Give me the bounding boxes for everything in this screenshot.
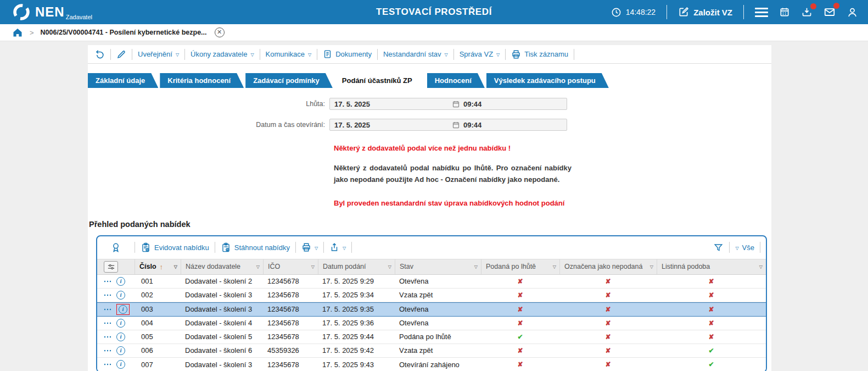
table-row[interactable]: i 005 Dodavatel - školení 5 12345678 17.… (97, 330, 766, 344)
cell-nazev: Dodavatel - školení 3 (181, 291, 263, 299)
opening-time-value[interactable]: 09:44 (463, 121, 481, 129)
table-row[interactable]: i 007 Dodavatel - školení 3 12345678 17.… (97, 358, 766, 371)
filter-icon[interactable]: ▽ (650, 264, 653, 269)
print-record-button[interactable]: Tisk záznamu (511, 49, 568, 59)
tab-zakladni-udaje[interactable]: Základní údaje (88, 73, 158, 88)
header-datum-podani[interactable]: Datum podání▽ (318, 259, 395, 274)
opening-row: Datum a čas otevírání: 17. 5. 2025 09:44 (88, 119, 771, 131)
header-listinna-podoba[interactable]: Listinná podoba▽ (657, 259, 766, 274)
filter-icon[interactable]: ▽ (759, 264, 763, 269)
divider (729, 242, 730, 253)
award-button[interactable] (110, 242, 121, 253)
menu-nestandardni-stav[interactable]: Nestandardní stav▽ (383, 50, 448, 58)
column-settings-icon[interactable] (104, 261, 118, 273)
export-button[interactable]: ▽ (329, 242, 346, 252)
notification-badge (810, 3, 816, 9)
filter-icon[interactable]: ▽ (311, 264, 315, 269)
cell-ico: 12345678 (263, 305, 318, 313)
table-row[interactable]: i 006 Dodavatel - školení 6 45359326 17.… (97, 344, 766, 358)
table-row-selected[interactable]: i 003 Dodavatel - školení 3 12345678 17.… (97, 302, 766, 317)
header-podana-po-lhute[interactable]: Podaná po lhůtě▽ (481, 259, 559, 274)
filter-icon[interactable]: ▽ (174, 264, 177, 269)
row-info-icon[interactable]: i (119, 305, 127, 314)
tab-hodnoceni[interactable]: Hodnocení (427, 73, 485, 88)
divider (760, 242, 760, 253)
calendar-icon[interactable] (452, 121, 460, 129)
menu-ukony-zadavatele[interactable]: Úkony zadavatele▽ (191, 50, 254, 58)
cell-nepodana: ✘ (559, 333, 657, 341)
filter-funnel-icon[interactable] (713, 242, 724, 253)
row-info-icon[interactable]: i (116, 333, 125, 341)
divider (135, 242, 135, 253)
tab-podani-ucastniku[interactable]: Podání účastníků ZP (334, 73, 425, 88)
deadline-date-value[interactable]: 17. 5. 2025 (330, 100, 452, 108)
row-menu-icon[interactable] (104, 349, 111, 352)
deadline-time-value[interactable]: 09:44 (463, 100, 481, 108)
printer-icon (511, 49, 521, 59)
filter-icon[interactable]: ▽ (553, 264, 556, 269)
deadline-row: Lhůta: 17. 5. 2025 09:44 (88, 98, 771, 110)
print-list-button[interactable]: ▽ (301, 242, 318, 252)
close-icon[interactable]: ✕ (215, 27, 225, 37)
menu-dokumenty[interactable]: Dokumenty (323, 49, 372, 59)
offers-toolbar: Evidovat nabídku Stáhnout nabídky ▽ (97, 236, 766, 259)
row-menu-icon[interactable] (104, 308, 111, 311)
row-info-icon[interactable]: i (116, 277, 125, 286)
tab-vysledek[interactable]: Výsledek zadávacího postupu (486, 73, 609, 88)
calendar-icon[interactable] (452, 100, 460, 108)
row-menu-icon[interactable] (104, 363, 111, 366)
cell-po-lhute: ✔ (481, 333, 559, 341)
cell-ico: 12345678 (263, 361, 318, 369)
evidovat-nabidku-button[interactable]: Evidovat nabídku (141, 242, 209, 253)
header-stav[interactable]: Stav▽ (395, 259, 481, 274)
calendar-button[interactable] (779, 7, 790, 18)
header-nazev-dodavatele[interactable]: Název dodavatele▽ (181, 259, 263, 274)
opening-input[interactable]: 17. 5. 2025 09:44 (329, 119, 567, 131)
header-ico[interactable]: IČO▽ (263, 259, 318, 274)
row-info-icon[interactable]: i (116, 319, 125, 328)
tab-zadavaci-podminky[interactable]: Zadávací podmínky (245, 73, 333, 88)
nen-logo[interactable]: NEN Zadavatel (12, 3, 92, 21)
row-info-icon[interactable]: i (116, 360, 125, 369)
edit-button[interactable] (116, 49, 126, 59)
tab-kriteria-hodnoceni[interactable]: Kritéria hodnocení (160, 73, 244, 88)
menu-icon[interactable] (755, 8, 768, 17)
stahnout-nabidky-button[interactable]: Stáhnout nabídky (221, 242, 290, 253)
nen-logo-icon (12, 3, 31, 21)
document-icon (323, 49, 332, 59)
share-export-icon (329, 242, 339, 252)
create-vz-button[interactable]: Založit VZ (678, 7, 732, 18)
cell-nazev: Dodavatel - školení 3 (181, 305, 263, 313)
menu-uverejneni[interactable]: Uveřejnění▽ (138, 50, 179, 58)
filter-icon[interactable]: ▽ (256, 264, 260, 269)
divider (132, 49, 132, 60)
table-row[interactable]: i 004 Dodavatel - školení 4 12345678 17.… (97, 317, 766, 330)
row-menu-icon[interactable] (104, 322, 111, 325)
row-menu-icon[interactable] (104, 280, 111, 283)
table-row[interactable]: i 001 Dodavatel - školení 2 12345678 17.… (97, 275, 766, 289)
menu-sprava-vz[interactable]: Správa VZ▽ (460, 50, 500, 58)
header-oznacena-jako-nepodana[interactable]: Označena jako nepodaná▽ (559, 259, 657, 274)
cell-ico: 45359326 (263, 346, 318, 355)
menu-komunikace[interactable]: Komunikace▽ (266, 50, 312, 58)
opening-date-value[interactable]: 17. 5. 2025 (330, 121, 452, 129)
downloads-button[interactable] (801, 7, 813, 18)
filter-all-dropdown[interactable]: ▽ Vše (735, 243, 754, 252)
filter-icon[interactable]: ▽ (388, 264, 391, 269)
row-info-icon[interactable]: i (116, 346, 125, 355)
row-info-icon[interactable]: i (116, 291, 125, 300)
history-button[interactable] (94, 49, 105, 59)
header-cislo[interactable]: Číslo↑ ▽ (135, 259, 181, 274)
home-icon[interactable] (12, 27, 23, 38)
profile-button[interactable] (847, 7, 858, 18)
divider (453, 49, 454, 60)
breadcrumb-item[interactable]: N006/25/V00004741 - Posílení kybernetick… (41, 29, 207, 36)
row-menu-icon[interactable] (104, 294, 111, 297)
row-menu-icon[interactable] (104, 335, 111, 339)
cell-nepodana: ✘ (559, 347, 657, 355)
table-row[interactable]: i 002 Dodavatel - školení 3 12345678 17.… (97, 289, 766, 302)
filter-icon[interactable]: ▽ (474, 264, 478, 269)
tab-strip: Základní údaje Kritéria hodnocení Zadáva… (88, 73, 771, 88)
messages-button[interactable] (824, 6, 836, 18)
deadline-input[interactable]: 17. 5. 2025 09:44 (329, 98, 567, 110)
